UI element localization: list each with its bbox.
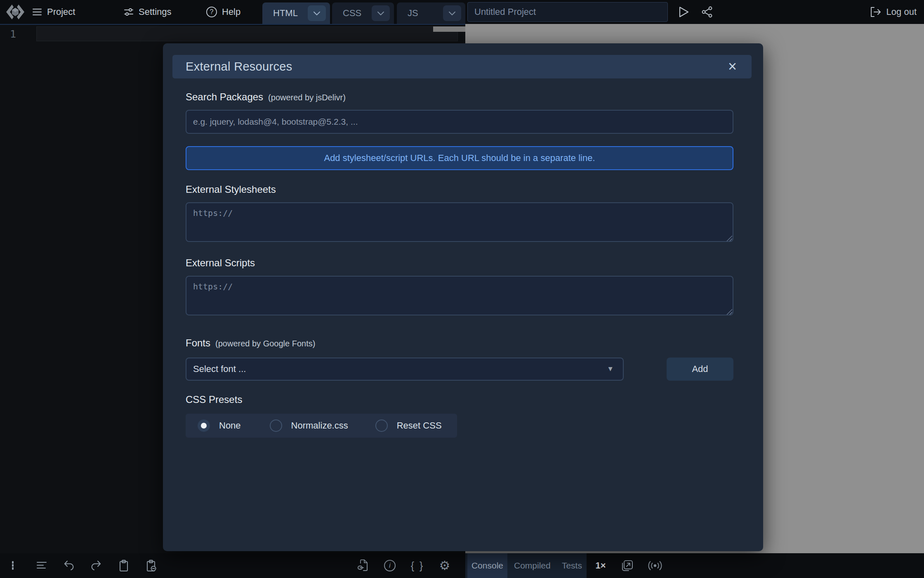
fonts-label-row: Fonts (powered by Google Fonts) bbox=[186, 337, 315, 349]
search-packages-hint: (powered by jsDelivr) bbox=[268, 93, 346, 102]
radio-normalize-label: Normalize.css bbox=[291, 420, 348, 431]
info-icon[interactable]: i bbox=[384, 560, 396, 571]
css-presets-label-row: CSS Presets bbox=[186, 394, 242, 405]
tab-js-label: JS bbox=[408, 8, 418, 19]
search-packages-label: Search Packages bbox=[186, 91, 263, 103]
menu-settings-label: Settings bbox=[139, 7, 172, 17]
stylesheets-label-row: External Stylesheets bbox=[186, 184, 276, 195]
tab-html[interactable]: HTML bbox=[262, 2, 330, 24]
braces-icon[interactable]: { } bbox=[411, 560, 424, 572]
paste-snippet-icon[interactable] bbox=[146, 559, 157, 572]
menu-project-label: Project bbox=[47, 7, 75, 17]
fonts-label: Fonts bbox=[186, 337, 210, 349]
scripts-field-wrap bbox=[186, 276, 733, 317]
copy-clipboard-icon[interactable] bbox=[119, 559, 129, 572]
hamburger-icon bbox=[32, 8, 42, 16]
menu-help[interactable]: ? Help bbox=[206, 0, 240, 24]
stylesheets-label: External Stylesheets bbox=[186, 184, 276, 195]
console-tab-strip: Console Compiled Tests bbox=[465, 553, 587, 578]
stylesheets-field-wrap bbox=[186, 202, 733, 244]
radio-normalize[interactable]: Normalize.css bbox=[270, 419, 348, 432]
line-number: 1 bbox=[10, 28, 16, 40]
broadcast-icon[interactable] bbox=[647, 560, 663, 571]
logout-icon bbox=[870, 7, 882, 17]
redo-icon[interactable] bbox=[90, 560, 102, 571]
gear-icon[interactable]: ⚙ bbox=[439, 559, 450, 572]
undo-icon[interactable] bbox=[63, 560, 75, 571]
radio-unselected-icon bbox=[270, 419, 282, 432]
sliders-icon bbox=[124, 8, 134, 16]
current-line-highlight bbox=[36, 26, 458, 41]
radio-selected-icon bbox=[198, 419, 210, 432]
modal-title: External Resources bbox=[186, 60, 292, 73]
logout-button[interactable]: Log out bbox=[870, 0, 917, 24]
tab-css-label: CSS bbox=[343, 8, 361, 19]
tab-compiled-label: Compiled bbox=[514, 561, 551, 571]
radio-unselected-icon bbox=[375, 419, 388, 432]
modal-header: External Resources × bbox=[172, 55, 752, 78]
open-window-icon[interactable] bbox=[621, 559, 634, 572]
tab-js[interactable]: JS bbox=[397, 2, 465, 24]
radio-none-label: None bbox=[219, 420, 241, 431]
scripts-textarea[interactable] bbox=[186, 276, 733, 315]
top-toolbar: Project Settings ? Help xA HTML CSS bbox=[0, 0, 924, 24]
radio-none[interactable]: None bbox=[198, 419, 241, 432]
scripts-label-row: External Scripts bbox=[186, 257, 255, 269]
chevron-down-icon[interactable] bbox=[443, 5, 461, 21]
url-notice: Add stylesheet/script URLs. Each URL sho… bbox=[186, 146, 733, 170]
radio-reset-label: Reset CSS bbox=[397, 420, 442, 431]
menu-settings[interactable]: Settings bbox=[124, 0, 172, 24]
chevron-down-icon[interactable] bbox=[372, 5, 390, 21]
status-bar: i { } ⚙ Console Compiled Tests 1× bbox=[0, 553, 924, 578]
result-zoom-level[interactable]: 1× bbox=[595, 560, 606, 571]
format-code-icon[interactable] bbox=[35, 561, 47, 571]
close-icon[interactable]: × bbox=[728, 57, 737, 76]
menu-project[interactable]: Project bbox=[32, 0, 75, 24]
tab-html-label: HTML bbox=[273, 8, 298, 19]
logout-label: Log out bbox=[886, 7, 917, 17]
share-icon[interactable] bbox=[701, 0, 713, 24]
search-packages-input[interactable] bbox=[186, 110, 733, 134]
select-dropdown-arrow-icon: ▼ bbox=[607, 365, 614, 373]
tab-compiled[interactable]: Compiled bbox=[509, 553, 556, 578]
help-icon: ? bbox=[206, 7, 217, 17]
url-notice-text: Add stylesheet/script URLs. Each URL sho… bbox=[324, 153, 595, 163]
search-packages-label-row: Search Packages (powered by jsDelivr) bbox=[186, 91, 346, 103]
select-all-icon[interactable] bbox=[12, 562, 14, 569]
font-select[interactable]: Select font ... ▼ bbox=[186, 358, 624, 381]
tab-tests[interactable]: Tests bbox=[557, 553, 587, 578]
tab-tests-label: Tests bbox=[562, 561, 582, 571]
add-font-button[interactable]: Add bbox=[667, 358, 733, 381]
external-resources-icon[interactable] bbox=[357, 559, 368, 572]
font-select-value: Select font ... bbox=[193, 364, 246, 374]
project-title-input[interactable] bbox=[467, 2, 668, 22]
run-icon[interactable] bbox=[679, 0, 689, 24]
scripts-label: External Scripts bbox=[186, 257, 255, 269]
radio-reset[interactable]: Reset CSS bbox=[375, 419, 442, 432]
editor-scrollbar[interactable] bbox=[433, 26, 465, 32]
stylesheets-textarea[interactable] bbox=[186, 202, 733, 242]
tab-console-label: Console bbox=[471, 561, 503, 571]
menu-help-label: Help bbox=[222, 7, 240, 17]
chevron-down-icon[interactable] bbox=[308, 5, 326, 21]
fonts-hint: (powered by Google Fonts) bbox=[215, 339, 315, 348]
app-logo-icon[interactable] bbox=[5, 3, 26, 21]
tab-console[interactable]: Console bbox=[467, 553, 507, 578]
css-presets-group: None Normalize.css Reset CSS bbox=[186, 414, 457, 438]
external-resources-modal: External Resources × Search Packages (po… bbox=[163, 43, 763, 551]
tab-css[interactable]: CSS bbox=[332, 2, 394, 24]
css-presets-label: CSS Presets bbox=[186, 394, 242, 405]
